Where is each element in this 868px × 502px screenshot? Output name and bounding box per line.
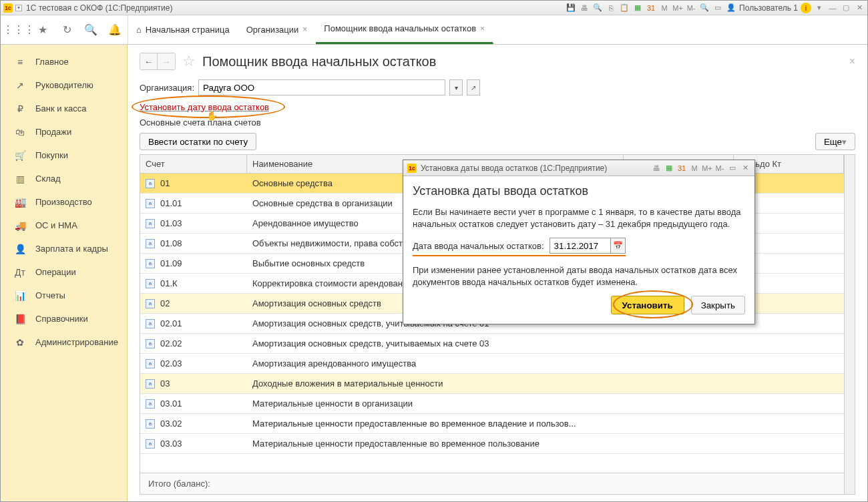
more-button[interactable]: Еще <box>815 133 855 150</box>
info-dd-icon[interactable]: ▾ <box>814 3 825 13</box>
set-button[interactable]: Установить <box>611 296 684 314</box>
sidebar-icon: 🚚 <box>14 220 26 232</box>
table-row[interactable]: a03.03Материальные ценности предоставлен… <box>140 434 844 454</box>
tab-home[interactable]: ⌂ Начальная страница <box>128 15 238 44</box>
tab-organizations[interactable]: Организации × <box>238 15 316 44</box>
calendar31-icon[interactable]: 31 <box>646 3 656 13</box>
sidebar-item-2[interactable]: ₽Банк и касса <box>1 97 127 120</box>
dlg-cal31-icon[interactable]: 31 <box>676 163 687 174</box>
tab-home-label: Начальная страница <box>146 25 230 35</box>
table-row[interactable]: a03.02Материальные ценности предоставлен… <box>140 414 844 434</box>
table-row[interactable]: a03.01Материальные ценности в организаци… <box>140 394 844 414</box>
table-row[interactable]: a03Доходные вложения в материальные ценн… <box>140 374 844 394</box>
org-open-icon[interactable]: ↗ <box>467 79 480 95</box>
m-minus-icon[interactable]: M- <box>686 3 696 13</box>
cell-name: Амортизация арендованного имущества <box>247 358 624 368</box>
set-date-link-text: Установить дату ввода остатков <box>140 102 269 112</box>
m-plus-icon[interactable]: M+ <box>672 3 683 13</box>
bell-icon[interactable]: 🔔 <box>109 24 121 36</box>
account-icon: a <box>146 319 155 328</box>
cell-name: Материальные ценности предоставленные во… <box>247 439 624 449</box>
app-logo-icon: 1c <box>3 3 13 13</box>
sidebar-label: Главное <box>35 57 69 67</box>
window-title: 1С тестовая с ОКОФ (1С:Предприятие) <box>26 3 172 13</box>
dlg-restore-icon[interactable]: ▭ <box>727 163 738 174</box>
close-icon[interactable]: × <box>302 25 307 34</box>
sidebar-icon: 🏭 <box>14 196 26 208</box>
sidebar-item-10[interactable]: 📊Отчеты <box>1 284 127 307</box>
sidebar-item-12[interactable]: ✿Администрирование <box>1 330 127 354</box>
table-row[interactable]: a02.02Амортизация основных средств, учит… <box>140 334 844 354</box>
sidebar-label: ОС и НМА <box>35 220 77 230</box>
cell-account: 03.03 <box>160 439 182 449</box>
account-icon: a <box>146 399 155 409</box>
sidebar-item-3[interactable]: 🛍Продажи <box>1 120 127 144</box>
sidebar-item-0[interactable]: ≡Главное <box>1 50 127 73</box>
tab-assistant[interactable]: Помощник ввода начальных остатков × <box>316 15 493 44</box>
close-button[interactable]: Закрыть <box>691 296 745 314</box>
user-icon: 👤 <box>726 3 736 13</box>
dlg-close-icon[interactable]: ✕ <box>740 163 750 174</box>
print-preview-icon[interactable]: 🔍 <box>592 3 603 13</box>
print-icon[interactable]: 🖶 <box>579 3 590 13</box>
sidebar-label: Отчеты <box>35 290 65 300</box>
cell-account: 01 <box>160 178 170 188</box>
date-input[interactable] <box>550 238 610 253</box>
org-dropdown-icon[interactable]: ▾ <box>449 79 463 95</box>
back-button[interactable]: ← <box>140 53 158 69</box>
dlg-print-icon[interactable]: 🖶 <box>651 163 662 174</box>
account-icon: a <box>146 419 155 429</box>
star-icon[interactable]: ★ <box>37 24 49 36</box>
organization-input[interactable] <box>198 79 445 95</box>
account-icon: a <box>146 179 155 188</box>
info-icon[interactable]: i <box>801 3 811 13</box>
sidebar-item-1[interactable]: ↗Руководителю <box>1 73 127 97</box>
dlg-mplus-icon[interactable]: M+ <box>702 163 712 174</box>
maximize-icon[interactable]: ▢ <box>841 3 851 13</box>
dlg-mminus-icon[interactable]: M- <box>714 163 725 174</box>
user-name[interactable]: Пользователь 1 <box>739 3 798 13</box>
cell-account: 01.03 <box>160 218 182 228</box>
copy-icon[interactable]: ⎘ <box>606 3 616 13</box>
search-icon[interactable]: 🔍 <box>85 24 97 36</box>
enter-balances-button[interactable]: Ввести остатки по счету <box>140 133 256 150</box>
close-icon[interactable]: × <box>480 24 485 33</box>
save-icon[interactable]: 💾 <box>566 3 576 13</box>
sidebar-label: Операции <box>35 267 76 277</box>
history-icon[interactable]: ↻ <box>61 24 73 36</box>
paste-icon[interactable]: 📋 <box>619 3 630 13</box>
cell-account: 02.01 <box>160 318 182 328</box>
cell-account: 01.К <box>160 278 178 288</box>
account-icon: a <box>146 279 155 288</box>
sidebar-item-6[interactable]: 🏭Производство <box>1 190 127 214</box>
cell-name: Материальные ценности в организации <box>247 399 624 409</box>
calendar-picker-icon[interactable]: 📅 <box>610 238 625 253</box>
table-row[interactable]: a02.03Амортизация арендованного имуществ… <box>140 354 844 374</box>
dlg-m-icon[interactable]: M <box>689 163 700 174</box>
date-dialog: 1c Установка даты ввода остатков (1С:Пре… <box>403 160 755 324</box>
sidebar-item-9[interactable]: ДтОперации <box>1 260 127 284</box>
sidebar-item-5[interactable]: ▥Склад <box>1 167 127 190</box>
set-date-link[interactable]: Установить дату ввода остатков ✋ <box>140 102 269 112</box>
apps-icon[interactable]: ⋮⋮⋮ <box>13 24 25 36</box>
close-page-icon[interactable]: × <box>849 55 855 67</box>
vertical-scrollbar[interactable] <box>844 155 855 494</box>
col-account[interactable]: Счет <box>140 155 247 173</box>
sidebar-item-4[interactable]: 🛒Покупки <box>1 144 127 167</box>
system-menu-icon[interactable]: ▾ <box>15 5 22 11</box>
windows-icon[interactable]: ▭ <box>712 3 723 13</box>
dialog-title: Установка даты ввода остатков (1С:Предпр… <box>421 164 607 173</box>
zoom-icon[interactable]: 🔍 <box>699 3 710 13</box>
sidebar-label: Зарплата и кадры <box>35 244 108 254</box>
favorite-star-icon[interactable]: ☆ <box>182 53 196 70</box>
dlg-grid-icon[interactable]: ▦ <box>664 163 674 174</box>
sidebar-item-11[interactable]: 📕Справочники <box>1 307 127 330</box>
calendar-icon[interactable]: ▦ <box>632 3 643 13</box>
close-window-icon[interactable]: ✕ <box>854 3 865 13</box>
sidebar-item-8[interactable]: 👤Зарплата и кадры <box>1 237 127 260</box>
minimize-icon[interactable]: — <box>827 3 838 13</box>
m-icon[interactable]: M <box>659 3 670 13</box>
sidebar-label: Банк и касса <box>35 103 87 113</box>
sidebar-item-7[interactable]: 🚚ОС и НМА <box>1 214 127 237</box>
cell-account: 03.01 <box>160 399 182 409</box>
